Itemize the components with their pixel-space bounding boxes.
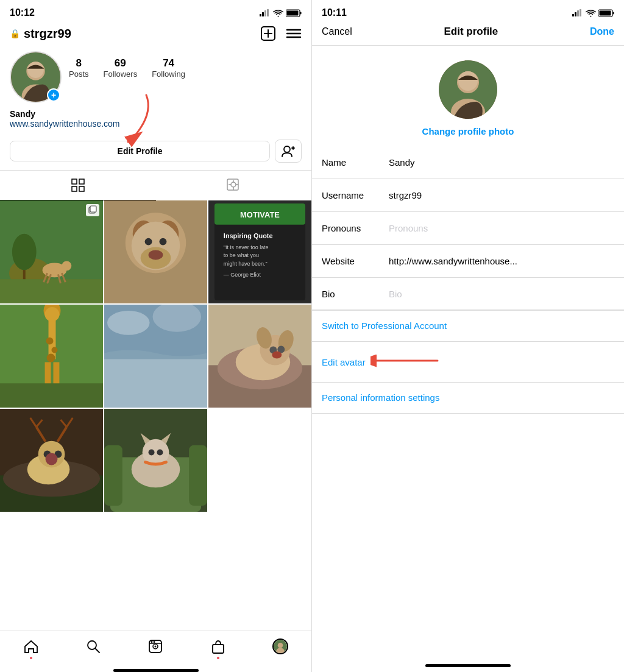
pronouns-value[interactable]: Pronouns	[389, 223, 614, 233]
reels-icon	[147, 638, 163, 654]
photo-7[interactable]	[0, 409, 103, 512]
menu-icon[interactable]	[286, 27, 302, 40]
form-row-bio[interactable]: Bio Bio	[312, 278, 624, 311]
change-photo-button[interactable]: Change profile photo	[422, 126, 514, 136]
edit-profile-title: Edit profile	[444, 26, 498, 38]
form-row-pronouns[interactable]: Pronouns Pronouns	[312, 212, 624, 245]
photo-6[interactable]	[208, 305, 311, 408]
status-bar-left: 10:12	[0, 0, 311, 21]
username-header: 🔒 strgzr99	[10, 27, 71, 41]
svg-rect-21	[72, 179, 77, 184]
nav-shop[interactable]	[210, 638, 226, 654]
edit-profile-row: Edit Profile	[0, 135, 311, 168]
nav-search[interactable]	[85, 638, 101, 654]
photo-8[interactable]	[104, 409, 207, 512]
photo-grid-container: MOTIVATE Inspiring Quote "It is never to…	[0, 200, 311, 631]
svg-point-120	[154, 641, 155, 643]
svg-point-70	[47, 354, 55, 363]
username-text: strgzr99	[24, 27, 71, 41]
bio-label: Bio	[322, 289, 389, 299]
form-row-name[interactable]: Name Sandy	[312, 146, 624, 179]
photo-2-image	[104, 200, 207, 303]
form-row-website[interactable]: Website http://www.sandywrittenhouse...	[312, 245, 624, 278]
signal-icon-right	[572, 9, 583, 16]
right-arrow-annotation	[370, 352, 444, 370]
username-value[interactable]: strgzr99	[389, 190, 614, 200]
tab-tagged[interactable]	[156, 171, 312, 200]
lock-icon: 🔒	[10, 29, 20, 38]
pronouns-label: Pronouns	[322, 223, 389, 233]
bio-value[interactable]: Bio	[389, 289, 614, 299]
photo-3[interactable]: MOTIVATE Inspiring Quote "It is never to…	[208, 200, 311, 303]
svg-rect-3	[267, 9, 269, 16]
home-indicator-left	[113, 669, 199, 672]
edit-profile-button[interactable]: Edit Profile	[10, 141, 270, 161]
nav-reels[interactable]	[147, 638, 163, 654]
svg-rect-43	[90, 206, 96, 212]
svg-rect-127	[577, 10, 579, 16]
wifi-icon-right	[586, 9, 596, 17]
svg-point-119	[151, 641, 153, 643]
posts-label: Posts	[69, 69, 89, 79]
svg-rect-131	[613, 12, 614, 14]
cancel-button[interactable]: Cancel	[322, 26, 352, 37]
add-friend-button[interactable]	[275, 140, 302, 163]
website-label: Website	[322, 256, 389, 266]
photo-5[interactable]	[104, 305, 207, 408]
following-count: 74	[163, 57, 174, 69]
personal-info-button[interactable]: Personal information settings	[322, 392, 439, 403]
photo-7-image	[0, 409, 103, 512]
svg-rect-105	[104, 445, 122, 506]
posts-count: 8	[76, 57, 82, 69]
photo-4[interactable]	[0, 305, 103, 408]
svg-text:"It is never too late: "It is never too late	[224, 244, 269, 250]
edit-avatar-button[interactable]: Edit avatar	[322, 357, 366, 367]
followers-stat[interactable]: 69 Followers	[104, 57, 138, 79]
shop-icon	[210, 638, 226, 654]
svg-point-77	[107, 311, 150, 335]
name-value[interactable]: Sandy	[389, 157, 614, 168]
done-button[interactable]: Done	[590, 26, 614, 37]
left-header: 🔒 strgzr99	[0, 21, 311, 46]
right-avatar[interactable]	[439, 60, 497, 119]
form-row-username[interactable]: Username strgzr99	[312, 179, 624, 212]
time-right: 10:11	[322, 7, 347, 18]
svg-rect-5	[287, 10, 299, 15]
add-photo-button[interactable]: +	[47, 88, 60, 102]
svg-text:Inspiring Quote: Inspiring Quote	[224, 232, 273, 239]
svg-text:to be what you: to be what you	[224, 252, 259, 258]
website-value[interactable]: http://www.sandywrittenhouse...	[389, 256, 559, 266]
signal-icon	[260, 9, 271, 16]
profile-name: Sandy	[10, 109, 302, 119]
nav-profile[interactable]	[272, 638, 288, 654]
svg-line-114	[95, 648, 99, 653]
photo-2[interactable]	[104, 200, 207, 303]
edit-avatar-arrow	[370, 352, 444, 372]
photo-grid: MOTIVATE Inspiring Quote "It is never to…	[0, 200, 311, 512]
photo-1[interactable]	[0, 200, 103, 303]
svg-rect-1	[262, 12, 264, 16]
svg-rect-24	[79, 186, 84, 191]
personal-info-row[interactable]: Personal information settings	[312, 383, 624, 414]
status-icons-left	[260, 9, 302, 17]
right-header: Cancel Edit profile Done	[312, 21, 624, 46]
following-stat[interactable]: 74 Following	[152, 57, 185, 79]
switch-professional-row[interactable]: Switch to Professional Account	[312, 311, 624, 342]
svg-point-102	[46, 453, 58, 465]
profile-avatar-small	[274, 640, 287, 653]
svg-point-37	[62, 261, 71, 271]
tab-grid[interactable]	[0, 171, 156, 200]
avatar-container: +	[10, 51, 62, 103]
bottom-nav	[0, 631, 311, 667]
name-label: Name	[322, 157, 389, 168]
nav-home[interactable]	[23, 638, 39, 654]
right-panel: 10:11 Cancel Edit profile D	[312, 0, 624, 672]
posts-stat: 8 Posts	[69, 57, 89, 79]
edit-avatar-row[interactable]: Edit avatar	[312, 342, 624, 383]
profile-photo-section: Change profile photo	[312, 46, 624, 146]
profile-link[interactable]: www.sandywrittenhouse.com	[10, 119, 302, 129]
switch-professional-button[interactable]: Switch to Professional Account	[322, 320, 447, 331]
home-icon	[23, 638, 39, 654]
new-post-icon[interactable]	[260, 26, 276, 41]
svg-point-34	[12, 234, 37, 271]
